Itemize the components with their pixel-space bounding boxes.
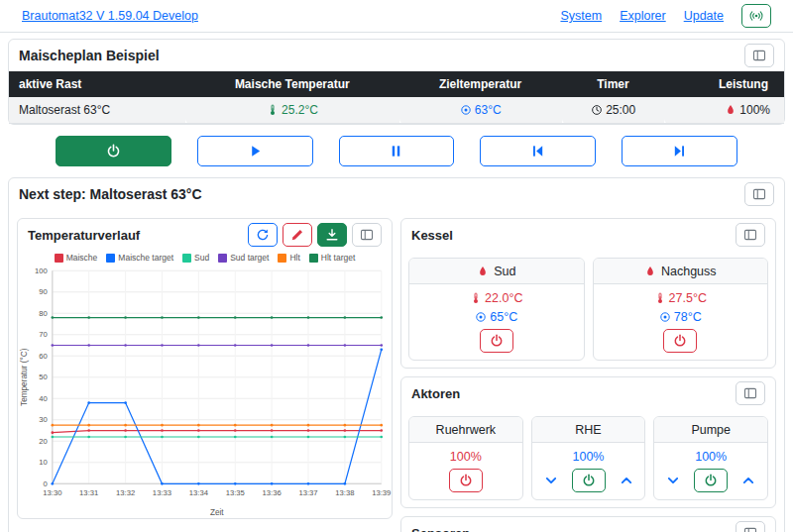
actor-pumpe-increase-button[interactable] bbox=[732, 469, 765, 492]
next-step-header: Next step: Maltoserast 63°C bbox=[9, 178, 784, 210]
target-icon bbox=[659, 311, 671, 323]
next-step-body: Temperaturverlauf bbox=[9, 210, 784, 532]
actor-rhe-increase-button[interactable] bbox=[610, 469, 643, 492]
kessel-collapse-button[interactable] bbox=[736, 223, 765, 247]
chart-panel-header: Temperaturverlauf bbox=[18, 219, 392, 251]
sensoren-collapse-button[interactable] bbox=[736, 521, 765, 532]
app-title-link[interactable]: Brautomat32 V 1.59.04 Develop bbox=[22, 9, 198, 23]
maische-temp-cell: 25.2°C bbox=[185, 97, 399, 124]
nav-link-system[interactable]: System bbox=[560, 9, 602, 23]
vessel-nachguss-body: 27.5°C 78°C bbox=[594, 284, 768, 360]
pause-button[interactable] bbox=[339, 136, 455, 166]
vessel-nachguss-temp-row: 27.5°C bbox=[654, 291, 707, 305]
chart-refresh-button[interactable] bbox=[248, 223, 278, 247]
table-row: Maltoserast 63°C 25.2°C 63°C 25:00 100% bbox=[9, 97, 784, 124]
svg-text:10: 10 bbox=[39, 458, 48, 467]
temperature-chart: 010203040506070809010013:3013:3113:3213:… bbox=[18, 263, 392, 518]
top-nav-links: System Explorer Update bbox=[560, 4, 771, 28]
vessel-nachguss-target-row: 78°C bbox=[659, 310, 702, 324]
window-icon bbox=[743, 228, 757, 242]
aktoren-collapse-button[interactable] bbox=[736, 381, 765, 405]
vessel-sud-power-button[interactable] bbox=[480, 329, 513, 353]
next-step-card: Next step: Maltoserast 63°C Temperaturve… bbox=[8, 177, 785, 532]
broadcast-button[interactable] bbox=[741, 4, 771, 28]
nav-link-explorer[interactable]: Explorer bbox=[620, 9, 666, 23]
svg-text:0: 0 bbox=[43, 479, 47, 488]
window-icon bbox=[743, 526, 757, 532]
svg-text:70: 70 bbox=[39, 330, 48, 339]
top-navbar: Brautomat32 V 1.59.04 Develop System Exp… bbox=[0, 0, 793, 33]
flame-icon bbox=[477, 266, 489, 277]
broadcast-icon bbox=[749, 9, 763, 23]
window-icon bbox=[752, 49, 766, 62]
chart-collapse-button[interactable] bbox=[352, 223, 382, 247]
actor-ruehrwerk-power-button[interactable] bbox=[449, 469, 483, 492]
leistung-value: 100% bbox=[739, 103, 770, 117]
vessel-sud-temp: 22.0°C bbox=[485, 291, 522, 305]
col-timer: Timer bbox=[562, 71, 665, 97]
maischeplan-card: Maischeplan Beispiel aktive Rast Maische… bbox=[8, 39, 785, 125]
leistung-cell: 100% bbox=[664, 97, 784, 124]
legend-swatch bbox=[309, 254, 318, 263]
flame-icon bbox=[644, 266, 656, 277]
vessel-nachguss-power-button[interactable] bbox=[663, 329, 697, 353]
next-step-collapse-button[interactable] bbox=[744, 182, 774, 206]
legend-swatch bbox=[55, 254, 63, 263]
legend-swatch bbox=[106, 254, 115, 263]
col-leistung: Leistung bbox=[664, 71, 784, 97]
rast-name: Maltoserast 63°C bbox=[9, 97, 185, 124]
aktoren-panel: Aktoren Ruehrwerk 100% bbox=[400, 376, 776, 508]
legend-item: Maische target bbox=[106, 253, 173, 263]
vessel-nachguss-target: 78°C bbox=[674, 310, 702, 324]
chart-toolbar bbox=[248, 223, 382, 247]
timer-value: 25:00 bbox=[606, 103, 635, 117]
chart-column: Temperaturverlauf bbox=[17, 218, 393, 532]
svg-text:40: 40 bbox=[39, 394, 48, 403]
maischeplan-header: Maischeplan Beispiel bbox=[9, 40, 784, 71]
svg-text:13:30: 13:30 bbox=[43, 488, 61, 497]
legend-item: Maische bbox=[55, 253, 98, 263]
svg-text:Zeit: Zeit bbox=[210, 508, 224, 517]
actor-rhe-name: RHE bbox=[532, 417, 645, 443]
kessel-body: Sud 22.0°C 65°C bbox=[401, 251, 775, 368]
maischeplan-collapse-button[interactable] bbox=[744, 44, 774, 67]
svg-text:13:37: 13:37 bbox=[298, 488, 317, 497]
pause-icon bbox=[389, 144, 403, 159]
actor-pumpe-power-button[interactable] bbox=[694, 469, 728, 492]
chevron-up-icon bbox=[741, 474, 755, 487]
chart-download-button[interactable] bbox=[317, 223, 347, 247]
nav-link-update[interactable]: Update bbox=[684, 9, 724, 23]
actor-card-ruehrwerk: Ruehrwerk 100% bbox=[408, 416, 523, 500]
actor-pumpe-body: 100% bbox=[654, 443, 767, 499]
power-icon bbox=[459, 474, 473, 487]
chart-title: Temperaturverlauf bbox=[28, 228, 140, 243]
kessel-title: Kessel bbox=[411, 228, 453, 243]
legend-swatch bbox=[218, 254, 227, 263]
maischeplan-title: Maischeplan Beispiel bbox=[19, 48, 160, 63]
vessel-sud-body: 22.0°C 65°C bbox=[409, 284, 584, 360]
skip-forward-button[interactable] bbox=[622, 136, 737, 166]
chart-annotate-button[interactable] bbox=[283, 223, 312, 247]
actor-rhe-value: 100% bbox=[573, 450, 605, 464]
play-button[interactable] bbox=[197, 136, 313, 166]
skip-back-button[interactable] bbox=[480, 136, 596, 166]
actor-rhe-decrease-button[interactable] bbox=[534, 469, 568, 492]
actor-rhe-power-button[interactable] bbox=[572, 469, 606, 492]
chevron-down-icon bbox=[666, 474, 680, 487]
vessel-sud-target-row: 65°C bbox=[475, 310, 517, 324]
legend-item: Hlt bbox=[278, 253, 299, 263]
actor-pumpe-decrease-button[interactable] bbox=[656, 469, 690, 492]
vessel-nachguss-name: Nachguss bbox=[661, 265, 717, 278]
power-button[interactable] bbox=[56, 136, 171, 166]
actor-rhe-controls bbox=[534, 469, 643, 492]
aktoren-title: Aktoren bbox=[411, 386, 460, 401]
right-column: Kessel Sud 22.0°C bbox=[400, 218, 776, 532]
legend-item: Sud target bbox=[218, 253, 269, 263]
svg-text:13:39: 13:39 bbox=[372, 488, 391, 497]
vessel-sud-header: Sud bbox=[409, 259, 584, 284]
legend-item: Hlt target bbox=[309, 253, 356, 263]
vessel-nachguss-temp: 27.5°C bbox=[669, 291, 707, 305]
download-icon bbox=[325, 228, 339, 242]
timer-cell: 25:00 bbox=[562, 97, 665, 124]
vessel-sud-temp-row: 22.0°C bbox=[470, 291, 522, 305]
